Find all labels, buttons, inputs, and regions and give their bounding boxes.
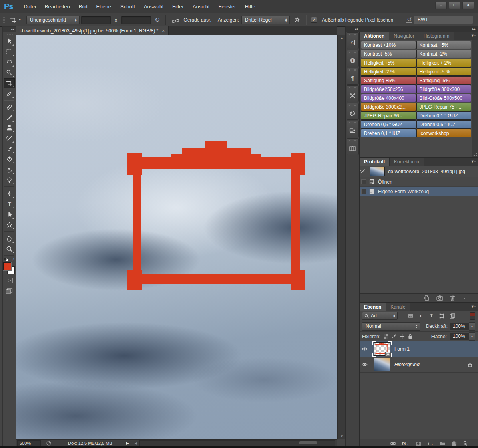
action-button[interactable]: Helligkeit -2 %	[361, 67, 416, 76]
paragraph-panel-icon[interactable]: ¶	[347, 68, 359, 85]
menu-datei[interactable]: Datei	[19, 4, 40, 10]
delete-layer-trash-icon[interactable]	[463, 441, 468, 446]
actions-scrollbar[interactable]	[472, 40, 478, 157]
history-brush-source-icon[interactable]	[360, 168, 370, 174]
menu-bild[interactable]: Bild	[74, 4, 92, 10]
new-adjustment-layer-icon[interactable]: ◐▼	[427, 440, 434, 446]
tool-presets-panel-icon[interactable]	[347, 85, 359, 102]
action-button[interactable]: Sättigung -5%	[416, 76, 472, 85]
lock-transparency-icon[interactable]	[384, 334, 388, 339]
magic-wand-tool[interactable]	[4, 67, 15, 78]
straighten-label[interactable]: Gerade ausr.	[183, 17, 211, 23]
zoom-level-field[interactable]: 500%	[17, 440, 41, 446]
lock-pixels-brush-icon[interactable]	[391, 334, 396, 339]
filter-shape-layers-icon[interactable]	[438, 313, 446, 319]
timeline-panel-icon[interactable]	[347, 138, 359, 155]
layer-row-form-1[interactable]: Form 1	[360, 341, 478, 357]
action-button[interactable]: Kontrast +10%	[361, 41, 416, 49]
action-button[interactable]: Sättigung +5%	[361, 76, 416, 85]
toolbar-collapse-icon[interactable]: ▸▸	[3, 27, 16, 32]
crop-settings-gear-icon[interactable]	[292, 17, 302, 23]
history-tab-protokoll[interactable]: Protokoll	[360, 158, 390, 166]
action-button[interactable]: Kontrast -2%	[416, 50, 472, 58]
layer-thumbnail[interactable]	[374, 342, 390, 356]
menu-ansicht[interactable]: Ansicht	[188, 4, 214, 10]
dropdown-arrow-icon[interactable]: ▼	[469, 322, 475, 331]
canvas-horizontal-scrollbar[interactable]	[139, 440, 335, 446]
panel-menu-icon[interactable]: ▼≡	[471, 305, 476, 309]
filter-toggle-switch[interactable]	[470, 312, 475, 320]
action-button[interactable]: Kontrast -5%	[361, 50, 416, 58]
menu-fenster[interactable]: Fenster	[214, 4, 241, 10]
eyedropper-tool[interactable]	[4, 88, 15, 99]
scroll-up-icon[interactable]: ▲	[338, 36, 346, 40]
new-snapshot-camera-icon[interactable]	[436, 295, 443, 301]
brush-tool[interactable]	[4, 112, 15, 123]
custom-shape-tool[interactable]	[4, 220, 15, 230]
smudge-tool[interactable]	[4, 164, 15, 175]
menu-auswahl[interactable]: Auswahl	[139, 4, 168, 10]
layer-name[interactable]: Form 1	[394, 346, 410, 352]
minimize-button[interactable]: –	[435, 2, 447, 9]
filter-pixel-layers-icon[interactable]	[407, 313, 414, 319]
history-tab-korrekturen[interactable]: Korrekturen	[390, 158, 424, 166]
layer-visibility-eye-icon[interactable]	[360, 341, 370, 357]
action-button[interactable]: Drehen 0,1 ° IUZ	[361, 129, 416, 137]
info-panel-icon[interactable]: i	[347, 50, 359, 67]
delete-state-trash-icon[interactable]	[450, 295, 455, 301]
maximize-button[interactable]: □	[449, 2, 460, 9]
overlay-select[interactable]: Drittel-Regel ▲▼	[241, 16, 290, 24]
scroll-down-icon[interactable]: ▼	[338, 434, 346, 438]
action-button[interactable]: Kontrast +5%	[416, 41, 472, 49]
action-button[interactable]: JPEG-Repair 75 - ...	[416, 103, 472, 111]
canvas[interactable]	[16, 35, 337, 439]
link-layers-icon[interactable]	[390, 442, 396, 446]
crop-tool[interactable]	[4, 78, 15, 88]
action-button[interactable]: Drehen 0,5 ° GUZ	[361, 120, 416, 129]
history-snapshot-row[interactable]: cb-wettbewerb_201803_49slp[1].jpg	[360, 166, 478, 177]
panel-menu-icon[interactable]: ▼≡	[471, 159, 476, 163]
layers-tab-kanäle[interactable]: Kanäle	[386, 303, 410, 311]
filter-smart-objects-icon[interactable]	[448, 313, 456, 319]
hand-tool[interactable]	[4, 233, 15, 244]
styles-panel-icon[interactable]	[347, 121, 359, 137]
dropdown-arrow-icon[interactable]: ▼	[469, 332, 475, 341]
quick-mask-button[interactable]	[4, 275, 15, 286]
actions-tab-histogramm[interactable]: Histogramm	[419, 32, 454, 40]
zoom-tool[interactable]	[4, 244, 15, 254]
paint-bucket-tool[interactable]	[4, 154, 15, 164]
blend-mode-select[interactable]: Normal ▲▼	[362, 322, 420, 331]
filter-adjustment-layers-icon[interactable]: ◐	[417, 313, 425, 319]
path-selection-tool[interactable]	[4, 209, 15, 220]
new-layer-icon[interactable]	[452, 441, 457, 446]
dock-expand-icon[interactable]: ◂◂	[346, 26, 359, 32]
reset-icon[interactable]: ↺	[404, 17, 414, 23]
document-tab[interactable]: cb-wettbewerb_201803_49slp[1].jpg bei 50…	[16, 26, 169, 35]
dodge-tool[interactable]	[4, 175, 15, 185]
opacity-value[interactable]: 100%	[450, 323, 469, 330]
workspace-field[interactable]: BW1	[414, 16, 473, 24]
close-button[interactable]: ×	[462, 2, 474, 9]
hscroll-thumb[interactable]	[299, 441, 317, 444]
type-tool[interactable]: T	[4, 199, 15, 209]
hscroll-left-icon[interactable]: ◀	[135, 442, 137, 445]
layer-name[interactable]: Hintergrund	[394, 362, 420, 367]
foreground-color-swatch[interactable]	[3, 262, 11, 270]
action-button[interactable]: Drehen 0,5 ° IUZ	[416, 120, 472, 129]
tab-close-icon[interactable]: ×	[162, 28, 165, 34]
action-button[interactable]: JPEG-Repair 66 - ...	[361, 111, 416, 120]
history-brush-tool[interactable]	[4, 133, 15, 143]
action-button[interactable]: Bildgröße 400x400	[361, 94, 416, 102]
canvas-vertical-scrollbar[interactable]: ▲ ▼	[337, 35, 345, 439]
new-group-folder-icon[interactable]	[440, 441, 446, 446]
menu-bearbeiten[interactable]: Bearbeiten	[40, 4, 74, 10]
spot-healing-brush-tool[interactable]	[4, 102, 15, 112]
action-button[interactable]: Helligkeit +5%	[361, 59, 416, 67]
action-button[interactable]: Helligkeit -5 %	[416, 67, 472, 76]
dock-collapse-icon[interactable]: ▸▸	[359, 26, 478, 32]
crop-tool-preset-icon[interactable]: ▼	[8, 16, 23, 23]
history-state-row[interactable]: Öffnen	[360, 177, 478, 187]
action-button[interactable]: Iconworkshop	[416, 129, 472, 137]
menu-hilfe[interactable]: Hilfe	[241, 4, 260, 10]
screen-mode-button[interactable]	[4, 286, 15, 296]
